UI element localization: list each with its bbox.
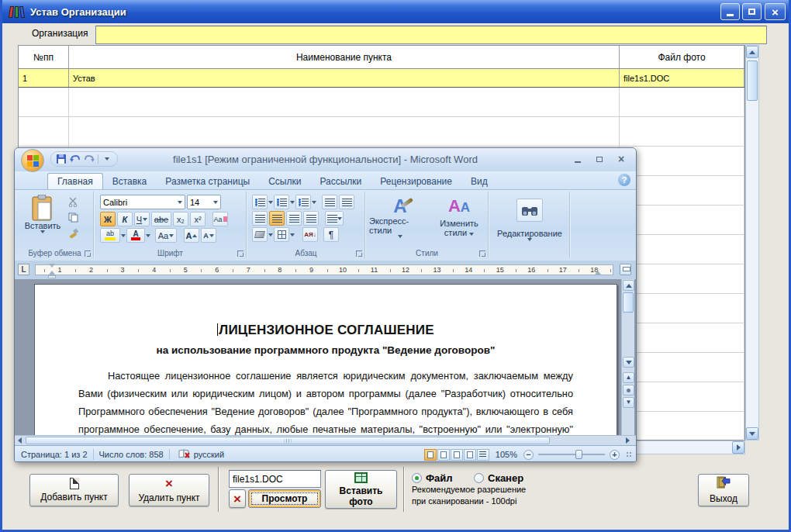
tab-home[interactable]: Главная (47, 173, 103, 189)
scroll-up-button[interactable] (746, 46, 758, 58)
left-indent-marker[interactable] (48, 275, 56, 278)
bullets-button[interactable] (252, 195, 268, 209)
zoom-slider[interactable] (538, 454, 605, 455)
justify-button[interactable] (303, 211, 319, 226)
dropdown-caret-icon[interactable] (268, 201, 273, 204)
table-row[interactable] (19, 117, 744, 147)
highlight-button[interactable]: ab (100, 228, 120, 243)
cell-num[interactable]: 1 (19, 69, 69, 87)
subscript-button[interactable]: x₂ (173, 212, 188, 226)
word-scroll-left-button[interactable] (15, 437, 25, 444)
word-hscrollbar[interactable] (15, 435, 636, 445)
exit-button[interactable]: Выход (698, 474, 749, 506)
source-file-radio[interactable]: Файл (412, 471, 453, 485)
organization-input[interactable] (95, 26, 767, 44)
tab-references[interactable]: Ссылки (259, 174, 310, 189)
zoom-level[interactable]: 105% (496, 450, 517, 459)
change-styles-button[interactable]: AA Изменить стили (434, 196, 484, 237)
photo-file-input[interactable] (229, 470, 321, 488)
strikethrough-button[interactable]: abe (151, 212, 171, 226)
scroll-down-button[interactable] (746, 427, 758, 440)
cell-name[interactable]: Устав (69, 69, 620, 87)
table-vscrollbar[interactable] (745, 45, 759, 440)
word-scroll-up-button[interactable] (623, 280, 634, 291)
table-row-selected[interactable]: 1 Устав file1s1.DOC (19, 69, 744, 88)
word-hscroll-thumb[interactable] (26, 437, 550, 444)
bold-button[interactable]: Ж (100, 212, 116, 226)
underline-button[interactable]: Ч (134, 212, 150, 226)
dialog-launcher-icon[interactable] (479, 250, 485, 257)
dialog-launcher-icon[interactable] (237, 250, 244, 257)
vscroll-thumb[interactable] (747, 60, 758, 101)
dialog-launcher-icon[interactable] (85, 250, 91, 257)
quick-styles-button[interactable]: A Экспресс-стили (369, 196, 431, 238)
clear-formatting-button[interactable]: Aa (212, 212, 228, 226)
hanging-indent-marker[interactable] (49, 271, 55, 275)
tab-insert[interactable]: Вставка (103, 174, 157, 189)
paste-button[interactable]: Вставить (22, 195, 63, 233)
change-case-button[interactable]: Aa (155, 228, 177, 243)
shading-button[interactable] (252, 227, 268, 242)
align-right-button[interactable] (286, 211, 302, 226)
italic-button[interactable]: К (117, 212, 133, 226)
office-button[interactable] (21, 149, 44, 172)
dialog-launcher-icon[interactable] (356, 250, 362, 257)
page-indicator[interactable]: Страница: 1 из 2 (21, 450, 88, 459)
preview-button[interactable]: Просмотр (248, 489, 321, 508)
close-button[interactable]: × (765, 3, 786, 20)
scroll-right-button[interactable] (732, 441, 744, 454)
zoom-slider-thumb[interactable] (575, 450, 582, 459)
title-bar[interactable]: Устав Организации × (2, 0, 791, 23)
editing-button[interactable]: Редактирование (490, 198, 569, 241)
format-painter-icon[interactable] (67, 227, 78, 238)
tab-view[interactable]: Вид (461, 174, 497, 189)
line-spacing-button[interactable] (325, 211, 344, 226)
fullscreen-view-button[interactable] (437, 449, 450, 461)
tab-selector[interactable]: L (18, 264, 29, 275)
superscript-button[interactable]: x² (190, 212, 206, 226)
zoom-in-button[interactable]: + (610, 450, 620, 460)
ruler-strip[interactable]: 123456789101112131415161718 (35, 264, 613, 275)
outline-view-button[interactable] (464, 449, 476, 461)
cell-file[interactable]: file1s1.DOC (620, 69, 744, 87)
align-center-button[interactable] (269, 211, 285, 226)
tab-mailings[interactable]: Рассылки (310, 174, 371, 189)
help-button[interactable]: ? (618, 174, 630, 186)
grow-font-button[interactable]: A (184, 228, 199, 243)
pilcrow-button[interactable]: ¶ (323, 227, 339, 242)
maximize-button[interactable] (742, 3, 762, 20)
increase-indent-button[interactable] (339, 195, 354, 209)
decrease-indent-button[interactable] (322, 195, 337, 209)
word-close-button[interactable]: × (611, 153, 631, 165)
print-layout-view-button[interactable] (424, 449, 437, 461)
font-family-select[interactable]: Calibri (100, 195, 185, 209)
language-indicator[interactable]: русский (194, 450, 224, 459)
tab-review[interactable]: Рецензирование (371, 174, 461, 189)
previous-page-button[interactable]: ▲ (623, 372, 634, 383)
dropdown-caret-icon[interactable] (146, 234, 150, 237)
dropdown-caret-icon[interactable] (268, 233, 273, 237)
next-page-button[interactable]: ▼ (623, 397, 634, 408)
clear-file-button[interactable]: × (229, 489, 246, 508)
dropdown-caret-icon[interactable] (121, 234, 126, 237)
word-scroll-right-button[interactable] (623, 437, 633, 444)
dropdown-caret-icon[interactable] (312, 201, 316, 204)
source-scanner-radio[interactable]: Сканер (474, 471, 523, 485)
radio-icon[interactable] (474, 473, 484, 483)
font-color-button[interactable]: A (126, 228, 145, 243)
zoom-out-button[interactable]: − (523, 450, 534, 460)
word-count[interactable]: Число слов: 858 (99, 450, 164, 459)
column-header-num[interactable]: №пп (19, 46, 69, 68)
insert-photo-button[interactable]: Вставить фото (325, 470, 397, 509)
radio-selected-icon[interactable] (412, 473, 422, 483)
dropdown-caret-icon[interactable] (290, 233, 295, 237)
column-header-name[interactable]: Наименование пункта (69, 46, 620, 68)
word-vscroll-thumb[interactable] (623, 292, 634, 313)
minimize-button[interactable] (720, 3, 740, 20)
sort-button[interactable]: АЯ↓ (302, 227, 318, 242)
shrink-font-button[interactable]: A (201, 228, 216, 243)
numbering-button[interactable] (274, 195, 289, 209)
add-item-button[interactable]: Добавить пункт (29, 474, 119, 506)
ruler-toggle-button[interactable] (620, 264, 631, 275)
word-vscrollbar[interactable]: ▲ ▼ (621, 279, 634, 435)
